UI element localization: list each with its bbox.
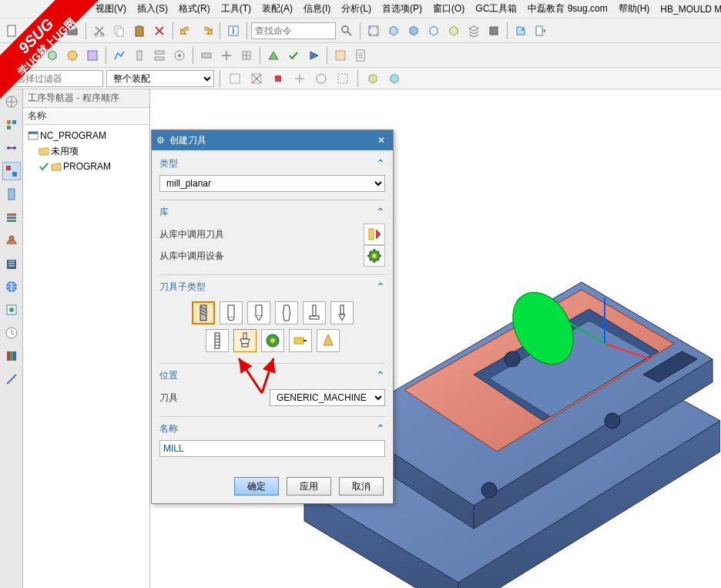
section-name-header[interactable]: 名称 ⌃: [159, 420, 385, 437]
cancel-button[interactable]: 取消: [339, 477, 384, 496]
tab-library-icon[interactable]: [2, 254, 21, 273]
subtype-thread-icon[interactable]: [206, 329, 229, 352]
shade-icon[interactable]: [485, 22, 503, 40]
menu-analysis[interactable]: 分析(L): [338, 1, 374, 17]
delete-icon[interactable]: [150, 22, 169, 40]
layer-icon[interactable]: [464, 22, 483, 40]
filter-scope-select[interactable]: 整个装配: [106, 70, 214, 87]
type-select[interactable]: mill_planar: [159, 175, 385, 192]
tab-roles-icon[interactable]: [2, 231, 21, 250]
tab-constraint-icon[interactable]: [2, 139, 21, 157]
cut-icon[interactable]: [90, 22, 109, 40]
section-subtype-header[interactable]: 刀具子类型 ⌃: [159, 278, 385, 295]
cube3-icon[interactable]: [424, 22, 443, 40]
search-icon[interactable]: [337, 22, 356, 40]
copy-icon[interactable]: [110, 22, 129, 40]
menu-view[interactable]: 视图(V): [92, 1, 129, 17]
section-position-header[interactable]: 位置 ⌃: [159, 367, 385, 384]
mfg2-icon[interactable]: [130, 46, 149, 65]
machine-select[interactable]: GENERIC_MACHINE: [270, 389, 385, 406]
section-type-header[interactable]: 类型 ⌃: [159, 155, 385, 172]
new-icon[interactable]: [3, 22, 22, 40]
menu-hbmould[interactable]: HB_MOULD M6.3: [657, 2, 721, 16]
shop-doc-icon[interactable]: [351, 46, 370, 65]
simulate-icon[interactable]: [304, 46, 323, 65]
menu-format[interactable]: 格式(R): [176, 1, 213, 17]
subtype-ball-icon[interactable]: [220, 301, 243, 324]
cube4-icon[interactable]: [444, 22, 463, 40]
subtype-drill-icon[interactable]: [330, 301, 354, 324]
print-icon[interactable]: [63, 22, 82, 40]
subtype-chamfer-icon[interactable]: [247, 301, 270, 324]
command-search-input[interactable]: [251, 22, 336, 39]
tab-measure-icon[interactable]: [2, 370, 21, 388]
mfg3-icon[interactable]: [150, 46, 169, 65]
cube2-icon[interactable]: [404, 22, 423, 40]
filter-type-select[interactable]: [3, 70, 103, 87]
tab-history-icon[interactable]: [2, 208, 21, 227]
navigator-column-header[interactable]: 名称: [23, 108, 149, 125]
tab-operation-navigator-icon[interactable]: [2, 162, 21, 180]
sel3-icon[interactable]: [269, 69, 287, 88]
subtype-barrel-icon[interactable]: [275, 301, 298, 324]
sel6-icon[interactable]: [334, 69, 352, 88]
tab-reuse-icon[interactable]: [2, 301, 21, 319]
tree-item[interactable]: 未用项: [25, 143, 148, 159]
dialog-titlebar[interactable]: ⚙ 创建刀具 ✕: [152, 130, 393, 150]
mfg6-icon[interactable]: [217, 46, 236, 65]
redo-icon[interactable]: [197, 22, 216, 40]
transfer-icon[interactable]: [511, 22, 530, 40]
subtype-carrier-icon[interactable]: [261, 329, 284, 352]
sel7-icon[interactable]: [364, 69, 382, 88]
create-tool-icon[interactable]: [23, 46, 42, 65]
undo-icon[interactable]: [177, 22, 196, 40]
export-icon[interactable]: [532, 22, 550, 40]
subtype-mill-icon[interactable]: [192, 301, 215, 324]
tab-machine-tool-icon[interactable]: [2, 185, 21, 203]
mfg7-icon[interactable]: [237, 46, 256, 65]
close-icon[interactable]: ✕: [374, 135, 388, 146]
menu-assembly[interactable]: 装配(A): [259, 1, 296, 17]
tab-part-navigator-icon[interactable]: [2, 92, 21, 111]
postprocess-icon[interactable]: [331, 46, 350, 65]
sel4-icon[interactable]: [290, 69, 309, 88]
tab-assembly-navigator-icon[interactable]: [2, 116, 21, 134]
save-icon[interactable]: [43, 22, 62, 40]
create-method-icon[interactable]: [63, 46, 82, 65]
paste-icon[interactable]: [130, 22, 149, 40]
menu-gc-toolbox[interactable]: GC工具箱: [472, 1, 520, 17]
menu-tools[interactable]: 工具(T): [218, 1, 254, 17]
sel1-icon[interactable]: [226, 69, 244, 88]
open-icon[interactable]: [23, 22, 42, 40]
subtype-probe-icon[interactable]: [289, 329, 312, 352]
cube1-icon[interactable]: [384, 22, 403, 40]
fit-icon[interactable]: [364, 22, 383, 40]
subtype-head-icon[interactable]: [317, 329, 340, 352]
tab-color-icon[interactable]: [2, 347, 21, 365]
mfg1-icon[interactable]: [110, 46, 129, 65]
ok-button[interactable]: 确定: [234, 477, 279, 496]
section-library-header[interactable]: 库 ⌃: [159, 203, 385, 220]
menu-zhonglei[interactable]: 中磊教育 9sug.com: [525, 1, 610, 17]
tab-clock-icon[interactable]: [2, 324, 21, 342]
sel2-icon[interactable]: [247, 69, 266, 88]
subtype-tmill-icon[interactable]: [303, 301, 326, 324]
subtype-form-icon[interactable]: [233, 329, 257, 352]
generate-icon[interactable]: [264, 46, 283, 65]
create-program-icon[interactable]: [3, 46, 22, 65]
retrieve-device-icon[interactable]: [364, 245, 385, 267]
tool-name-input[interactable]: [159, 440, 385, 457]
tree-root[interactable]: NC_PROGRAM: [25, 128, 148, 143]
info-icon[interactable]: i: [224, 22, 243, 40]
apply-button[interactable]: 应用: [287, 477, 331, 496]
retrieve-tool-icon[interactable]: [364, 223, 385, 245]
create-geometry-icon[interactable]: [43, 46, 62, 65]
sel5-icon[interactable]: [312, 69, 330, 88]
mfg4-icon[interactable]: [170, 46, 189, 65]
verify-icon[interactable]: [284, 46, 303, 65]
menu-preferences[interactable]: 首选项(P): [379, 1, 425, 17]
sel8-icon[interactable]: [385, 69, 404, 88]
tab-internet-icon[interactable]: [2, 277, 21, 296]
menu-window[interactable]: 窗口(O): [430, 1, 468, 17]
menu-help[interactable]: 帮助(H): [615, 1, 653, 17]
